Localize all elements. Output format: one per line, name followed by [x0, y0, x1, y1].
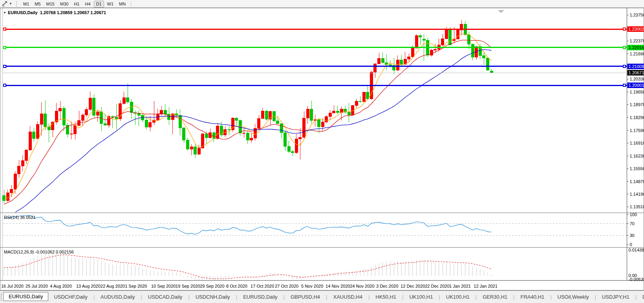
date-label: 27 Oct 2020 — [275, 284, 298, 288]
chart-tab-hk50-h1[interactable]: HK50,H1 — [370, 293, 402, 301]
rsi-axis-label: 100 — [630, 212, 637, 217]
chart-tab-xauusd-h4[interactable]: XAUUSD,H4 — [327, 293, 368, 301]
macd-axis-label: -0.005396 — [629, 277, 644, 282]
candle-body — [168, 114, 170, 119]
timeframe-buttons: M1M5M15M30H1H4D1W1MN — [20, 2, 128, 6]
date-label: 22 Dec 2020 — [425, 284, 449, 288]
date-label: 14 Nov 2020 — [326, 284, 350, 288]
chart-frame — [0, 8, 644, 290]
candle-body — [419, 36, 422, 37]
hline-handle[interactable] — [623, 46, 626, 49]
timeframe-button-w1[interactable]: W1 — [105, 1, 116, 7]
crosshair-cursor-tool-icon[interactable] — [1, 1, 8, 7]
date-label: 1 Sep 2020 — [125, 284, 147, 288]
chart-tab-dj30-daily[interactable]: DJ30,Daily — [637, 293, 644, 301]
date-label: 1 Jan 2021 — [449, 284, 470, 288]
rsi-axis-label: 70 — [630, 221, 635, 226]
candle-body — [441, 39, 444, 45]
candle-body — [280, 124, 283, 133]
timeframe-toolbar: ▼ M1M5M15M30H1H4D1W1MN — [0, 0, 644, 8]
chart-tab-usoil-weekly[interactable]: USOil,Weekly — [552, 293, 595, 301]
timeframe-button-m5[interactable]: M5 — [32, 1, 43, 7]
candle-body — [48, 127, 50, 130]
macd-indicator-label: MACD(12,26,9) -0.001062 0.002156 — [4, 250, 74, 254]
tabbar-grip — [1, 293, 2, 301]
timeframe-button-m15[interactable]: M15 — [44, 1, 57, 7]
chart-tab-eurusd-daily[interactable]: EURUSD,Daily — [238, 293, 283, 301]
candle-body — [333, 111, 335, 113]
chart-tab-eurusd-daily[interactable]: EURUSD,Daily — [3, 292, 48, 301]
price-tick-label: 1.13510 — [630, 204, 644, 209]
candle-body — [25, 150, 28, 161]
candle-body — [194, 147, 197, 154]
price-tick-label: 1.21690 — [630, 51, 644, 56]
candle-body — [123, 97, 125, 103]
candle-body — [378, 58, 381, 64]
candle-body — [89, 98, 91, 109]
candle-body — [205, 134, 208, 138]
candle-body — [381, 58, 384, 62]
price-tick-label: 1.16230 — [630, 154, 644, 158]
date-label: 16 Jul 2020 — [1, 284, 24, 288]
candle-body — [235, 118, 238, 121]
chart-tab-audusd-daily[interactable]: AUDUSD,Daily — [95, 293, 140, 301]
hline-handle[interactable] — [4, 46, 6, 49]
candle-body — [149, 122, 152, 127]
hline-handle[interactable] — [623, 84, 626, 86]
chart-tab-uk100-h1[interactable]: UK100,H1 — [404, 293, 438, 301]
hline-handle[interactable] — [623, 65, 626, 68]
candle-body — [295, 139, 298, 152]
chart-tab-usdchf-daily[interactable]: USDCHF,Daily — [48, 293, 93, 301]
chart-title-collapse-icon[interactable]: ▼ — [3, 11, 6, 15]
date-label: 13 Aug 2020 — [76, 284, 101, 288]
chart-canvas[interactable]: 1.237501.223701.216901.203301.196501.189… — [0, 8, 644, 290]
candle-body — [336, 111, 339, 112]
price-tick-label: 1.20330 — [630, 77, 644, 81]
candle-body — [183, 128, 185, 140]
candle-body — [355, 101, 358, 106]
candle-body — [18, 166, 20, 174]
candle-body — [291, 151, 294, 152]
price-tick-label: 1.15550 — [630, 166, 644, 171]
chart-tab-usdjpy-h1[interactable]: USDJPY,H1 — [596, 293, 635, 301]
candle-body — [70, 134, 73, 134]
timeframe-button-h1[interactable]: H1 — [71, 1, 82, 7]
chart-tab-gbpusd-h4[interactable]: GBPUSD,H4 — [285, 293, 326, 301]
candle-body — [186, 140, 189, 149]
candle-body — [29, 132, 31, 150]
candle-body — [36, 125, 39, 139]
date-label: 29 Sep 2020 — [200, 284, 224, 288]
chart-tab-usdcad-daily[interactable]: USDCAD,Daily — [143, 293, 188, 301]
timeframe-button-m1[interactable]: M1 — [21, 1, 31, 7]
candle-body — [284, 133, 287, 147]
date-label: 3 Dec 2020 — [376, 284, 398, 288]
candle-body — [490, 71, 493, 73]
candle-body — [115, 117, 118, 119]
date-label: 12 Jan 2021 — [474, 284, 498, 288]
candle-body — [348, 112, 350, 115]
candle-body — [62, 108, 65, 125]
timeframe-button-d1[interactable]: D1 — [94, 1, 104, 7]
candle-body — [6, 193, 9, 200]
candle-body — [374, 64, 377, 72]
chart-tab-fra40-h1[interactable]: FRA40,H1 — [515, 293, 550, 301]
toolbar-grip-handle[interactable] — [16, 1, 18, 7]
hline-handle[interactable] — [4, 65, 6, 68]
timeframe-button-h4[interactable]: H4 — [82, 1, 93, 7]
chart-tab-ger30-h1[interactable]: GER30,H1 — [477, 293, 513, 301]
hline-handle[interactable] — [4, 28, 6, 30]
chart-tab-uk100-h1[interactable]: UK100,H1 — [441, 293, 475, 301]
chart-tab-usdcnh-daily[interactable]: USDCNH,Daily — [190, 293, 236, 301]
hline-handle[interactable] — [4, 84, 6, 86]
timeframe-button-m30[interactable]: M30 — [58, 1, 71, 7]
hline-handle[interactable] — [623, 28, 626, 30]
candle-body — [119, 103, 122, 119]
date-label: 25 Jul 2020 — [26, 284, 48, 288]
candle-body — [400, 60, 403, 64]
candle-body — [250, 138, 253, 140]
date-label: 24 Nov 2020 — [350, 284, 374, 288]
candle-body — [359, 101, 362, 102]
candle-body — [329, 113, 331, 117]
tool-dropdown-arrow-icon[interactable]: ▼ — [8, 2, 13, 6]
timeframe-button-mn[interactable]: MN — [117, 1, 128, 7]
